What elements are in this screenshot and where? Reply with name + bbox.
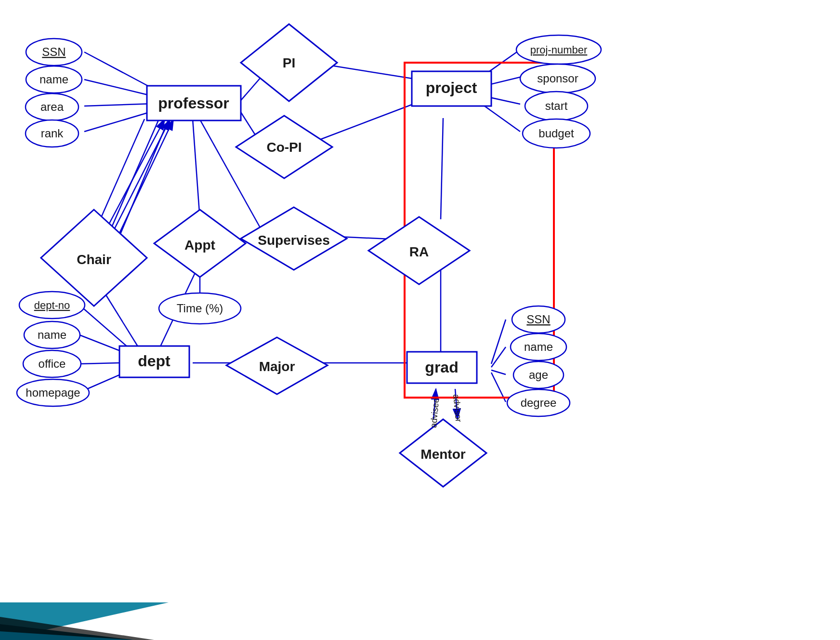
dept-homepage-label: homepage: [26, 386, 80, 399]
prof-area-label: area: [40, 100, 64, 113]
dept-office-label: office: [39, 357, 66, 370]
ra-label: RA: [409, 244, 429, 259]
proj-sponsor-label: sponsor: [537, 72, 578, 85]
supervises-label: Supervises: [258, 233, 329, 248]
grad-name-label: name: [524, 340, 553, 353]
dept-name-label: name: [38, 328, 66, 341]
major-label: Major: [259, 359, 295, 374]
prof-ssn-label: SSN: [42, 45, 66, 58]
copi-label: Co-PI: [266, 140, 302, 155]
time-attr-label: Time (%): [177, 302, 223, 315]
er-diagram: PI Co-PI professor project Chair Appt Su…: [0, 0, 840, 640]
mentor-label: Mentor: [420, 447, 465, 462]
pi-label: PI: [283, 55, 295, 70]
svg-line-26: [441, 118, 443, 219]
svg-line-19: [118, 120, 173, 236]
prof-name-label: name: [39, 73, 68, 86]
svg-line-2: [84, 52, 154, 89]
prof-rank-label: rank: [41, 127, 64, 140]
grad-age-label: age: [529, 368, 548, 381]
svg-line-17: [104, 119, 165, 234]
svg-line-36: [491, 370, 506, 374]
advisor-label: advisor: [451, 394, 463, 423]
grad-ssn-label: SSN: [526, 313, 550, 326]
svg-line-3: [84, 80, 154, 96]
proj-start-label: start: [545, 99, 568, 112]
grad-degree-label: degree: [521, 396, 557, 409]
dept-label: dept: [138, 352, 171, 370]
professor-label: professor: [158, 94, 229, 112]
chair-label: Chair: [77, 252, 111, 267]
grad-label: grad: [425, 359, 458, 376]
proj-number-label: proj-number: [530, 44, 588, 56]
svg-line-21: [193, 119, 200, 219]
proj-budget-label: budget: [538, 127, 574, 140]
appt-label: Appt: [184, 238, 215, 253]
dept-deptno-label: dept-no: [34, 299, 70, 311]
svg-line-4: [84, 104, 154, 106]
svg-line-18: [111, 120, 170, 236]
project-label: project: [426, 79, 477, 96]
